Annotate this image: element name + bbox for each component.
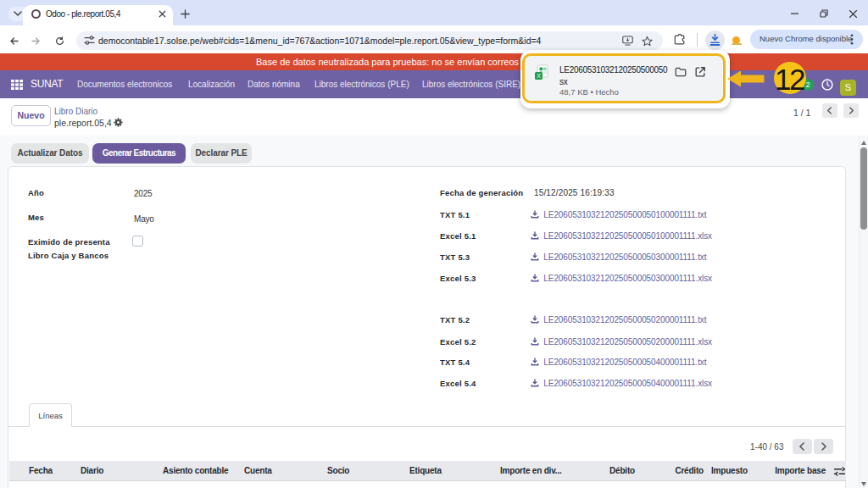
svg-text:X: X: [537, 73, 541, 79]
